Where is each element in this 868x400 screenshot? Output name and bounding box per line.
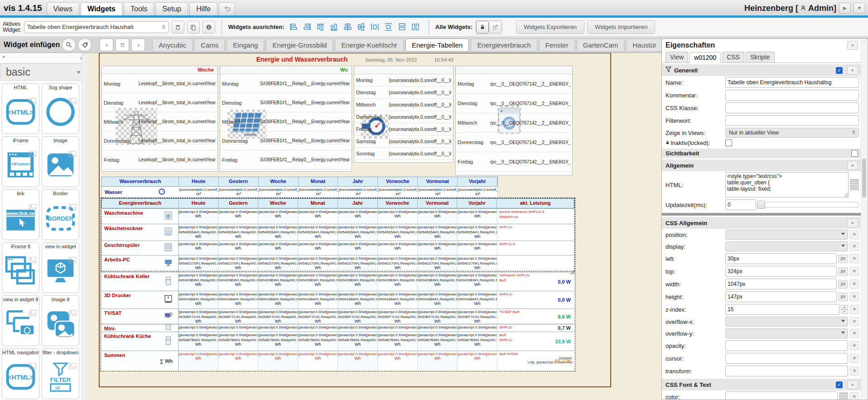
favorite-star-button[interactable]: ★ [850, 329, 859, 338]
palette-widget-filter-dropdown[interactable]: filter - dropdownFILTERall [42, 348, 79, 399]
spinner-buttons[interactable]: ▲▼ [841, 305, 848, 314]
palette-widget-html[interactable]: HTML<HTML> [2, 83, 39, 134]
palette-group-basic[interactable]: basic ▾ [0, 63, 86, 81]
favorite-star-button[interactable]: ★ [850, 292, 859, 301]
property-input-cursor[interactable] [725, 353, 848, 364]
panel-scrollbar[interactable]: ^ [861, 40, 867, 399]
energie-row-tv-sat[interactable]: TV/SAT{javascript.0.Shel{javascript.0.Sh… [101, 308, 574, 324]
week-table-3[interactable]: Montag{sourceanalytix.0.sonoff__0__WDien… [354, 66, 453, 163]
section-band-css-font-text[interactable]: CSS Font & Text✓▲ [662, 379, 861, 390]
align-bottom-button[interactable] [328, 21, 341, 33]
palette-widget-image[interactable]: Image [42, 136, 79, 187]
view-tab-gartencam[interactable]: GartenCam [577, 39, 625, 52]
undo-button[interactable] [219, 2, 235, 15]
view-tab-cams[interactable]: Cams [194, 39, 225, 52]
scrollbar-thumb[interactable] [862, 159, 866, 198]
energie-table-widget[interactable]: EnergieverbrauchHeuteGesternWocheMonatJa… [101, 198, 574, 371]
palette-scrollbar[interactable]: ^ [82, 53, 86, 400]
favorite-star-button[interactable]: ★ [850, 230, 859, 239]
menu-tab-tools[interactable]: Tools [124, 2, 154, 15]
section-band-sichtbarkeit[interactable]: Sichtbarkeit [662, 149, 861, 158]
next-view-button[interactable]: › [131, 39, 145, 51]
energie-row-3d-drucker[interactable]: 3D Drucker{javascript.0.Shel{javascript.… [101, 291, 574, 308]
user-menu-button[interactable]: ▼ [854, 3, 865, 14]
collapse-section-button[interactable]: ▲ [847, 218, 858, 227]
align-center-vertical-button[interactable] [342, 21, 354, 33]
align-right-button[interactable] [301, 21, 313, 33]
px-unit-button[interactable]: px [838, 280, 848, 289]
energie-row-k-hlschrank-k-che[interactable]: Kühlschrank Küche{javascript.0.Shel{java… [101, 332, 574, 351]
section-checkbox[interactable] [851, 150, 858, 157]
palette-widget-html-navigation[interactable]: HTML navigation<HTML> [2, 348, 39, 399]
zindex-input[interactable] [725, 304, 839, 315]
palette-widget-svg-shape[interactable]: Svg shape [42, 83, 79, 134]
menu-tab-views[interactable]: Views [47, 2, 79, 15]
property-input-kommentar[interactable] [725, 90, 859, 101]
match-height-button[interactable] [410, 21, 422, 33]
property-input-top[interactable] [725, 266, 837, 277]
property-input-opacity[interactable] [725, 340, 848, 351]
week-table-1[interactable]: WocheMontagLesekopf__Strom_total_in.curr… [101, 66, 218, 172]
palette-widget-view-in-widget[interactable]: view in widget [42, 242, 79, 293]
widgets-export-button[interactable]: Widgets Exportieren [516, 20, 584, 34]
properties-tab-css[interactable]: CSS [722, 52, 744, 63]
slider-track[interactable] [757, 202, 859, 207]
favorite-star-button[interactable]: ★ [850, 305, 859, 314]
favorite-star-button[interactable]: ★ [850, 366, 859, 376]
favorite-star-button[interactable]: ★ [850, 317, 859, 326]
align-top-button[interactable] [314, 21, 327, 33]
edit-dialog-button[interactable] [850, 179, 859, 191]
distribute-horizontal-button[interactable] [369, 21, 381, 33]
section-enabled-checkbox[interactable]: ✓ [836, 381, 843, 388]
week-table-4[interactable]: Montagrpc__0__OEQ0767142__2__ENERGY_COUN… [455, 66, 573, 175]
color-input[interactable] [725, 391, 838, 400]
palette-widget-iframe[interactable]: iFrame<iFrame> [2, 136, 39, 187]
property-input-transform[interactable] [725, 366, 848, 376]
px-unit-button[interactable]: px [838, 267, 848, 276]
widget-info-button[interactable] [203, 21, 215, 34]
energie-row-w-schetrockner[interactable]: Wäschetrockner{javascript.0.Shel{javascr… [101, 224, 574, 241]
property-input-width[interactable] [725, 279, 837, 289]
distribute-vertical-button[interactable] [382, 21, 395, 33]
favorite-star-button[interactable]: ★ [850, 242, 859, 251]
property-input-cssklasse[interactable] [725, 102, 859, 113]
properties-tab-w01200[interactable]: w01200 [690, 52, 721, 63]
energie-row-geschirrsp-ler[interactable]: Geschirrspüler{javascript.0.Shel{javascr… [101, 241, 574, 255]
delete-widget-button[interactable] [172, 21, 184, 34]
wasser-table-widget[interactable]: WasserverbrauchHeuteGesternWocheMonatJah… [101, 177, 498, 198]
collapse-section-button[interactable]: ▲ [847, 380, 858, 389]
energie-row-mini-[interactable]: Mini-{javascript.0.Shel{javascript.0.She… [101, 324, 574, 332]
section-enabled-checkbox[interactable]: ✓ [836, 67, 843, 74]
property-select-overflowx[interactable] [725, 317, 848, 327]
energie-row-waschmaschine[interactable]: Waschmaschine{javascript.0.Shel{javascri… [101, 208, 574, 224]
palette-widget-iframe-8[interactable]: iFrame 8 [2, 242, 39, 293]
energie-row-k-hlschrank-keller[interactable]: Kühlschrank Keller{javascript.0.Shel{jav… [101, 272, 574, 291]
properties-tab-skripte[interactable]: Skripte [746, 52, 775, 63]
menu-tab-setup[interactable]: Setup [155, 2, 188, 15]
html-textarea[interactable] [725, 172, 849, 198]
favorite-star-button[interactable]: ★ [850, 254, 859, 263]
edit-canvas[interactable]: Energie und Wasserverbrauch Samstag, 05.… [86, 53, 661, 400]
favorite-star-button[interactable]: ★ [850, 280, 859, 289]
active-widget-select[interactable]: Tabelle oben Energieverbrauch Haushalt ⇕ [24, 21, 169, 33]
widgets-import-button[interactable]: Widgets Importieren [587, 20, 655, 34]
palette-filter-row[interactable]: * × [0, 53, 86, 63]
section-band-css-allgemein[interactable]: CSS Allgemein▲ [662, 217, 861, 229]
property-input-name[interactable] [725, 77, 859, 88]
property-input-left[interactable] [725, 253, 837, 264]
properties-tab-view[interactable]: View [665, 52, 688, 63]
view-tab-fenster[interactable]: Fenster [539, 39, 575, 52]
favorite-star-button[interactable]: ★ [850, 392, 859, 400]
week-table-2[interactable]: WoMontagS#39FEB1#1__Relay0__Energy.curre… [220, 66, 352, 172]
property-select-overflowy[interactable] [725, 328, 848, 338]
property-input-filterwort[interactable] [725, 115, 859, 126]
search-widget-button[interactable] [62, 39, 76, 51]
property-select-display[interactable] [725, 241, 848, 251]
palette-widget-view-in-widget-8[interactable]: view in widget 8 [2, 295, 39, 346]
align-center-horizontal-button[interactable] [355, 21, 368, 33]
menu-tab-widgets[interactable]: Widgets [81, 2, 122, 16]
view-tab-anycubic[interactable]: Anycubic [152, 39, 193, 52]
favorite-star-button[interactable]: ★ [850, 267, 859, 276]
play-view-button[interactable]: ▶ [839, 3, 851, 14]
prev-view-button[interactable]: ‹ [100, 39, 113, 51]
